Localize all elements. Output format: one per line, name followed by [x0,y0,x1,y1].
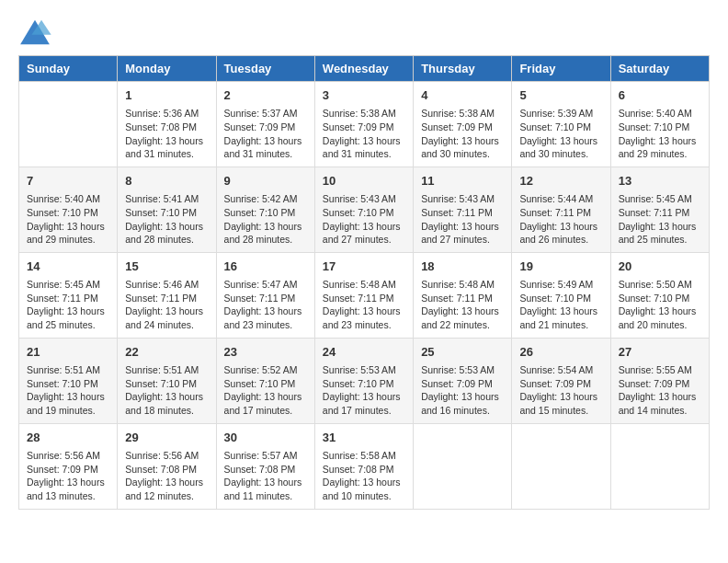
date-number: 15 [125,259,208,275]
calendar-cell: 27Sunrise: 5:55 AM Sunset: 7:09 PM Dayli… [610,338,709,423]
cell-info: Sunrise: 5:58 AM Sunset: 7:08 PM Dayligh… [323,449,405,503]
calendar-cell [19,82,118,167]
date-number: 8 [125,173,208,190]
calendar-cell: 8Sunrise: 5:41 AM Sunset: 7:10 PM Daylig… [118,167,216,252]
date-number: 6 [619,87,701,104]
cell-info: Sunrise: 5:36 AM Sunset: 7:08 PM Dayligh… [125,107,208,161]
calendar-week-3: 14Sunrise: 5:45 AM Sunset: 7:11 PM Dayli… [19,252,710,338]
calendar-week-5: 28Sunrise: 5:56 AM Sunset: 7:09 PM Dayli… [19,423,710,509]
date-number: 28 [27,430,109,446]
cell-info: Sunrise: 5:38 AM Sunset: 7:09 PM Dayligh… [421,107,504,161]
calendar-cell [414,423,512,509]
cell-info: Sunrise: 5:56 AM Sunset: 7:08 PM Dayligh… [125,449,208,503]
cell-info: Sunrise: 5:45 AM Sunset: 7:11 PM Dayligh… [619,192,701,247]
cell-info: Sunrise: 5:48 AM Sunset: 7:11 PM Dayligh… [421,278,504,332]
calendar-week-4: 21Sunrise: 5:51 AM Sunset: 7:10 PM Dayli… [19,338,710,423]
cell-info: Sunrise: 5:40 AM Sunset: 7:10 PM Dayligh… [619,107,701,161]
date-number: 9 [224,173,307,190]
date-number: 20 [619,259,701,275]
calendar-cell: 28Sunrise: 5:56 AM Sunset: 7:09 PM Dayli… [19,423,118,509]
calendar-cell: 10Sunrise: 5:43 AM Sunset: 7:10 PM Dayli… [314,167,413,252]
cell-info: Sunrise: 5:44 AM Sunset: 7:11 PM Dayligh… [519,192,602,247]
date-number: 18 [421,259,504,275]
calendar-cell: 4Sunrise: 5:38 AM Sunset: 7:09 PM Daylig… [414,82,512,167]
cell-info: Sunrise: 5:46 AM Sunset: 7:11 PM Dayligh… [125,278,208,332]
date-number: 30 [224,430,307,446]
column-header-monday: Monday [118,56,216,82]
calendar-table: SundayMondayTuesdayWednesdayThursdayFrid… [18,55,710,510]
cell-info: Sunrise: 5:43 AM Sunset: 7:11 PM Dayligh… [421,192,504,247]
date-number: 7 [27,173,109,190]
date-number: 10 [323,173,405,190]
calendar-cell: 18Sunrise: 5:48 AM Sunset: 7:11 PM Dayli… [414,252,512,338]
date-number: 22 [125,344,208,361]
calendar-week-2: 7Sunrise: 5:40 AM Sunset: 7:10 PM Daylig… [19,167,710,252]
date-number: 5 [519,87,602,104]
calendar-cell [610,423,709,509]
cell-info: Sunrise: 5:48 AM Sunset: 7:11 PM Dayligh… [323,278,405,332]
date-number: 4 [421,87,504,104]
calendar-cell: 14Sunrise: 5:45 AM Sunset: 7:11 PM Dayli… [19,252,118,338]
cell-info: Sunrise: 5:53 AM Sunset: 7:10 PM Dayligh… [323,363,405,418]
date-number: 16 [224,259,307,275]
cell-info: Sunrise: 5:53 AM Sunset: 7:09 PM Dayligh… [421,363,504,418]
cell-info: Sunrise: 5:57 AM Sunset: 7:08 PM Dayligh… [224,449,307,503]
calendar-cell: 24Sunrise: 5:53 AM Sunset: 7:10 PM Dayli… [314,338,413,423]
cell-info: Sunrise: 5:37 AM Sunset: 7:09 PM Dayligh… [224,107,307,161]
calendar-cell: 11Sunrise: 5:43 AM Sunset: 7:11 PM Dayli… [414,167,512,252]
cell-info: Sunrise: 5:43 AM Sunset: 7:10 PM Dayligh… [323,192,405,247]
cell-info: Sunrise: 5:41 AM Sunset: 7:10 PM Dayligh… [125,192,208,247]
date-number: 23 [224,344,307,361]
cell-info: Sunrise: 5:51 AM Sunset: 7:10 PM Dayligh… [125,363,208,418]
calendar-cell: 5Sunrise: 5:39 AM Sunset: 7:10 PM Daylig… [512,82,610,167]
cell-info: Sunrise: 5:55 AM Sunset: 7:09 PM Dayligh… [619,363,701,418]
calendar-cell: 15Sunrise: 5:46 AM Sunset: 7:11 PM Dayli… [118,252,216,338]
cell-info: Sunrise: 5:49 AM Sunset: 7:10 PM Dayligh… [519,278,602,332]
cell-info: Sunrise: 5:52 AM Sunset: 7:10 PM Dayligh… [224,363,307,418]
cell-info: Sunrise: 5:42 AM Sunset: 7:10 PM Dayligh… [224,192,307,247]
calendar-cell: 12Sunrise: 5:44 AM Sunset: 7:11 PM Dayli… [512,167,610,252]
date-number: 29 [125,430,208,446]
logo-icon [18,18,51,46]
calendar-cell: 31Sunrise: 5:58 AM Sunset: 7:08 PM Dayli… [314,423,413,509]
date-number: 21 [27,344,109,361]
column-header-friday: Friday [512,56,610,82]
calendar-cell: 20Sunrise: 5:50 AM Sunset: 7:10 PM Dayli… [610,252,709,338]
calendar-cell: 19Sunrise: 5:49 AM Sunset: 7:10 PM Dayli… [512,252,610,338]
calendar-cell: 9Sunrise: 5:42 AM Sunset: 7:10 PM Daylig… [216,167,314,252]
date-number: 27 [619,344,701,361]
calendar-cell: 1Sunrise: 5:36 AM Sunset: 7:08 PM Daylig… [118,82,216,167]
cell-info: Sunrise: 5:56 AM Sunset: 7:09 PM Dayligh… [27,449,109,503]
calendar-cell: 21Sunrise: 5:51 AM Sunset: 7:10 PM Dayli… [19,338,118,423]
column-header-thursday: Thursday [414,56,512,82]
cell-info: Sunrise: 5:39 AM Sunset: 7:10 PM Dayligh… [519,107,602,161]
date-number: 1 [125,87,208,104]
calendar-cell: 23Sunrise: 5:52 AM Sunset: 7:10 PM Dayli… [216,338,314,423]
date-number: 11 [421,173,504,190]
date-number: 14 [27,259,109,275]
cell-info: Sunrise: 5:51 AM Sunset: 7:10 PM Dayligh… [27,363,109,418]
column-header-saturday: Saturday [610,56,709,82]
calendar-cell: 2Sunrise: 5:37 AM Sunset: 7:09 PM Daylig… [216,82,314,167]
cell-info: Sunrise: 5:45 AM Sunset: 7:11 PM Dayligh… [27,278,109,332]
calendar-cell: 3Sunrise: 5:38 AM Sunset: 7:09 PM Daylig… [314,82,413,167]
date-number: 24 [323,344,405,361]
date-number: 3 [323,87,405,104]
page-header [18,18,710,46]
date-number: 2 [224,87,307,104]
logo [18,18,55,46]
date-number: 31 [323,430,405,446]
cell-info: Sunrise: 5:47 AM Sunset: 7:11 PM Dayligh… [224,278,307,332]
calendar-cell: 17Sunrise: 5:48 AM Sunset: 7:11 PM Dayli… [314,252,413,338]
calendar-cell: 7Sunrise: 5:40 AM Sunset: 7:10 PM Daylig… [19,167,118,252]
date-number: 12 [519,173,602,190]
calendar-cell: 16Sunrise: 5:47 AM Sunset: 7:11 PM Dayli… [216,252,314,338]
cell-info: Sunrise: 5:50 AM Sunset: 7:10 PM Dayligh… [619,278,701,332]
calendar-cell: 30Sunrise: 5:57 AM Sunset: 7:08 PM Dayli… [216,423,314,509]
cell-info: Sunrise: 5:38 AM Sunset: 7:09 PM Dayligh… [323,107,405,161]
date-number: 26 [519,344,602,361]
date-number: 25 [421,344,504,361]
calendar-cell [512,423,610,509]
calendar-cell: 29Sunrise: 5:56 AM Sunset: 7:08 PM Dayli… [118,423,216,509]
date-number: 19 [519,259,602,275]
